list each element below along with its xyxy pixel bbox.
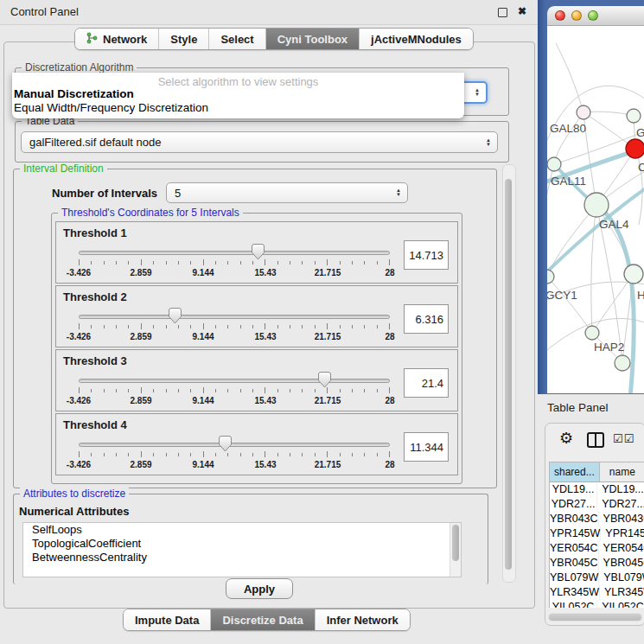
numerical-attributes-list[interactable]: SelfLoopsTopologicalCoefficientBetweenne… <box>22 522 462 577</box>
threshold-slider[interactable]: -3.4262.8599.14415.4321.71528 <box>79 438 390 473</box>
tick-label: 15.43 <box>254 396 276 405</box>
cell-shared-name[interactable]: YBL079W <box>550 571 599 585</box>
tab-style[interactable]: Style <box>158 29 208 49</box>
tick-mark <box>91 261 92 265</box>
cell-shared-name[interactable]: YDL19... <box>550 482 597 497</box>
cell-name[interactable]: YPR145W <box>601 526 644 541</box>
cell-shared-name[interactable]: YBR045C <box>550 556 599 571</box>
network-node[interactable] <box>577 105 590 119</box>
tick-mark <box>91 453 92 456</box>
cell-shared-name[interactable]: YBR043C <box>550 512 599 526</box>
slider-track[interactable] <box>79 251 390 255</box>
table-row[interactable]: YPR145WYPR145W <box>550 526 644 541</box>
attribute-list-item[interactable]: BetweennessCentrality <box>23 551 461 564</box>
network-window-titlebar[interactable] <box>547 6 644 26</box>
tab-jactivemnodules[interactable]: jActiveMNodules <box>359 29 473 49</box>
network-node[interactable] <box>547 270 554 284</box>
close-traffic-light[interactable] <box>555 10 565 21</box>
split-columns-icon[interactable] <box>587 432 604 451</box>
apply-button[interactable]: Apply <box>226 578 293 599</box>
cell-name[interactable]: YBL079W <box>599 571 644 585</box>
table-row[interactable]: YIL052CYIL052C <box>550 600 644 608</box>
select-columns-icon[interactable]: ☑☑ <box>613 432 634 445</box>
float-window-icon[interactable] <box>498 8 507 17</box>
tick-mark <box>190 389 191 392</box>
tab-network[interactable]: Network <box>75 29 158 49</box>
slider-track[interactable] <box>79 315 390 319</box>
table-row[interactable]: YDR27...YDR27... <box>550 497 644 512</box>
control-panel-titlebar: Control Panel ✖ <box>0 0 538 25</box>
number-of-intervals-select[interactable]: 5 ▲▼ <box>166 182 408 203</box>
network-node[interactable] <box>584 193 609 217</box>
table-row[interactable]: YBR045CYBR045C <box>550 556 644 571</box>
slider-track[interactable] <box>79 379 390 383</box>
slider-handle[interactable] <box>219 436 232 452</box>
list-scrollbar[interactable] <box>450 523 461 577</box>
threshold-slider[interactable]: -3.4262.8599.14415.4321.71528 <box>79 310 390 345</box>
cell-shared-name[interactable]: YPR145W <box>550 526 601 541</box>
threshold-value-field[interactable]: 14.713 <box>404 240 449 270</box>
tick-mark <box>290 261 290 265</box>
cell-name[interactable]: YER054C <box>599 541 644 556</box>
attribute-list-item[interactable]: TopologicalCoefficient <box>23 537 461 551</box>
algorithm-dropdown-popup: Select algorithm to view settings Manual… <box>12 73 464 118</box>
panel-scrollbar-thumb[interactable] <box>505 179 512 570</box>
tick-mark <box>340 389 341 392</box>
network-node[interactable] <box>627 109 641 123</box>
bottom-tab-discretize-data[interactable]: Discretize Data <box>210 609 314 630</box>
application-window: Control Panel ✖ NetworkStyleSelectCyni T… <box>0 0 644 644</box>
network-node[interactable] <box>585 326 599 340</box>
cell-shared-name[interactable]: YIL052C <box>550 600 597 608</box>
table-row[interactable]: YLR345WYLR345W <box>550 585 644 600</box>
dropdown-item-manual-discretization[interactable]: Manual Discretization <box>14 87 134 100</box>
gear-icon[interactable]: ⚙ <box>559 429 573 448</box>
bottom-tab-infer-network[interactable]: Infer Network <box>315 609 410 630</box>
table-horizontal-scrollbar[interactable] <box>548 613 642 622</box>
slider-track[interactable] <box>79 443 390 447</box>
column-header-shared-name[interactable]: shared... <box>550 462 600 481</box>
network-node[interactable] <box>626 139 644 158</box>
attribute-list-item[interactable]: SelfLoops <box>23 523 461 537</box>
zoom-traffic-light[interactable] <box>588 10 598 21</box>
slider-handle[interactable] <box>169 308 182 324</box>
table-horizontal-scrollbar-thumb[interactable] <box>549 614 641 621</box>
network-node[interactable] <box>615 355 630 371</box>
cell-name[interactable]: YIL052C <box>597 600 644 608</box>
cyni-toolbox-panel: Discretization Algorithm ▲▼ Table Data g… <box>3 41 535 609</box>
threshold-value-field[interactable]: 6.316 <box>404 304 449 334</box>
list-scrollbar-thumb[interactable] <box>452 525 459 561</box>
dropdown-placeholder: Select algorithm to view settings <box>12 75 464 88</box>
network-node[interactable] <box>624 265 643 284</box>
tick-mark <box>153 389 154 392</box>
cell-name[interactable]: YDL19... <box>597 482 644 497</box>
slider-handle[interactable] <box>318 372 331 388</box>
tab-cyni-toolbox[interactable]: Cyni Toolbox <box>265 29 359 49</box>
tab-select[interactable]: Select <box>208 29 265 49</box>
cell-shared-name[interactable]: YDR27... <box>550 497 597 512</box>
table-data-select[interactable]: galFiltered.sif default node ▲▼ <box>21 131 498 153</box>
dropdown-item-equal-width-frequency[interactable]: Equal Width/Frequency Discretization <box>14 101 208 114</box>
cell-shared-name[interactable]: YER054C <box>550 541 599 556</box>
table-row[interactable]: YBR043CYBR043C <box>550 512 644 526</box>
table-row[interactable]: YBL079WYBL079W <box>550 571 644 585</box>
cell-name[interactable]: YLR345W <box>600 585 644 600</box>
bottom-tab-impute-data[interactable]: Impute Data <box>124 609 210 630</box>
table-row[interactable]: YDL19...YDL19... <box>550 482 644 497</box>
cell-name[interactable]: YBR043C <box>599 512 644 526</box>
threshold-slider[interactable]: -3.4262.8599.14415.4321.71528 <box>79 246 390 281</box>
network-canvas[interactable]: GAL80GACGAL11GAL4GCY1HHAP2 <box>547 26 644 393</box>
cell-shared-name[interactable]: YLR345W <box>550 585 600 600</box>
table-row[interactable]: YER054CYER054C <box>550 541 644 556</box>
network-node[interactable] <box>547 157 561 171</box>
minimize-traffic-light[interactable] <box>571 10 582 21</box>
panel-scrollbar[interactable] <box>502 164 516 583</box>
slider-handle[interactable] <box>252 244 265 260</box>
cyni-bottom-tabbar: Impute DataDiscretize DataInfer Network <box>123 609 411 631</box>
threshold-value-field[interactable]: 21.4 <box>404 368 449 398</box>
cell-name[interactable]: YDR27... <box>597 497 644 512</box>
threshold-slider[interactable]: -3.4262.8599.14415.4321.71528 <box>79 374 390 409</box>
column-header-name[interactable]: name <box>600 462 644 481</box>
cell-name[interactable]: YBR045C <box>599 556 644 571</box>
threshold-value-field[interactable]: 11.344 <box>404 432 449 462</box>
close-icon[interactable]: ✖ <box>518 5 526 17</box>
